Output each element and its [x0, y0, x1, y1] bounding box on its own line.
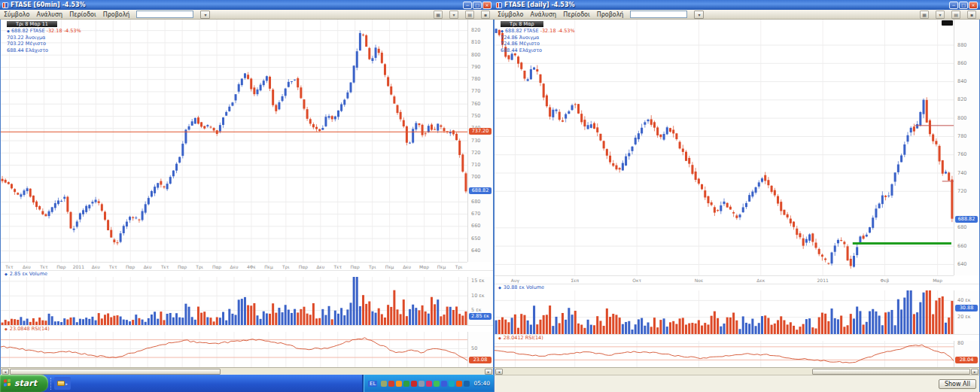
price-pane[interactable]: 8208108007907807707607507407307207107006… — [1, 20, 493, 262]
save-icon[interactable]: ▪ — [481, 11, 490, 19]
tray-icon-12[interactable] — [464, 381, 470, 387]
dropdown-icon[interactable]: ▾ — [449, 11, 458, 19]
tray-icon-6[interactable] — [418, 381, 425, 387]
legend-row-last: ◆ 688.82 FTASE -32.18 -4.53% — [501, 28, 575, 35]
scroll-left-icon[interactable]: ◂ — [495, 369, 503, 375]
legend-row-low: 688.44 Ελάχιστο — [501, 47, 575, 54]
x-tick-label: Παρ — [299, 264, 308, 269]
y-tick-label: 800 — [471, 53, 480, 58]
volume-pane[interactable]: 40 εκ20 εκ30.88 — [495, 290, 979, 334]
symbol-input[interactable] — [630, 11, 687, 18]
symbol-input[interactable] — [136, 11, 193, 18]
chart-scrollbar[interactable]: ◂ ▸ — [0, 367, 494, 375]
symbol-dropdown-icon[interactable]: ▾ — [200, 11, 210, 19]
layout-icon[interactable]: ▦ — [434, 11, 443, 19]
y-tick-label: 740 — [957, 171, 966, 176]
menu-symbol[interactable]: Σύμβολο — [498, 11, 523, 18]
menu-view[interactable]: Προβολή — [597, 11, 624, 18]
y-tick-label: 700 — [471, 175, 480, 180]
rsi-legend: ◆23.0848 RSI(14) — [1, 325, 493, 332]
x-tick-label: Μαρ — [419, 264, 429, 269]
x-tick-label: Τρι — [369, 264, 376, 269]
maximize-icon[interactable]: □ — [473, 2, 482, 9]
tray-icon-8[interactable] — [434, 381, 440, 387]
maximize-icon[interactable]: □ — [959, 2, 968, 9]
menu-view[interactable]: Προβολή — [103, 11, 130, 18]
taskbar: start ▸ EL 05:40 — [0, 375, 494, 392]
y-tick-label: 50 — [471, 346, 477, 351]
x-tick-label: Δευ — [144, 264, 152, 269]
tray-icon-4[interactable] — [403, 381, 409, 387]
tray-icon-11[interactable] — [456, 381, 462, 387]
show-all-button[interactable]: Show All — [939, 379, 976, 389]
scroll-right-icon[interactable]: ▸ — [971, 369, 978, 375]
legend-marker-icon: ◆ — [5, 327, 8, 331]
scroll-right-icon[interactable]: ▸ — [485, 369, 492, 375]
y-tick-label: 660 — [957, 244, 966, 249]
scrollbar-thumb[interactable] — [812, 369, 970, 375]
minimize-icon[interactable]: − — [949, 2, 958, 9]
axis-badge: 2.85 εκ — [469, 313, 492, 320]
tray-icon-1[interactable] — [381, 381, 387, 387]
x-tick-label: Τετ — [161, 264, 169, 269]
desktop: FTASE [60min] -4.53% − □ × Σύμβολο Ανάλυ… — [0, 0, 980, 392]
volume-pane[interactable]: 15 εκ10 εκ5 εκ2.85 εκ — [1, 277, 493, 325]
tray-icon-5[interactable] — [411, 381, 417, 387]
legend-marker-icon: ◆ — [7, 29, 10, 33]
x-tick-label: Τετ — [5, 264, 14, 269]
price-pane[interactable]: 880860840820800780760740720680660640688.… — [495, 20, 979, 275]
list-icon[interactable]: ▤ — [951, 11, 960, 19]
chart-area-60min[interactable]: 8208108007907807707607507407307207107006… — [0, 20, 494, 367]
y-tick-label: 640 — [957, 262, 966, 267]
close-icon[interactable]: × — [969, 2, 978, 9]
title-bar[interactable]: FTASE [60min] -4.53% − □ × — [0, 0, 494, 10]
y-tick-label: 820 — [957, 97, 966, 102]
symbol-dropdown-icon[interactable]: ▾ — [694, 11, 704, 19]
x-tick-label: Πεμ — [264, 264, 273, 269]
scrollbar-thumb[interactable] — [10, 369, 221, 375]
x-tick-label: Δευ — [403, 264, 411, 269]
chart-scrollbar[interactable]: ◂ ▸ — [494, 367, 980, 375]
x-tick-label: Δευ — [230, 264, 239, 269]
tray-icon-9[interactable] — [441, 381, 447, 387]
volume-axis: 15 εκ10 εκ5 εκ2.85 εκ — [467, 277, 493, 325]
layout-icon[interactable]: ▦ — [920, 11, 929, 19]
rsi-pane[interactable]: 5023.08 — [1, 332, 493, 367]
tray-icon-3[interactable] — [396, 381, 402, 387]
status-bar: Show All — [494, 375, 980, 392]
save-icon[interactable]: ▪ — [967, 11, 976, 19]
volume-legend: ◆2.85 εκ Volume — [1, 270, 493, 277]
tray-icon-2[interactable] — [388, 381, 394, 387]
title-bar[interactable]: FTASE [daily] -4.53% − □ × — [494, 0, 980, 10]
menu-symbol[interactable]: Σύμβολο — [4, 11, 29, 18]
language-indicator[interactable]: EL — [368, 381, 377, 387]
x-tick-label: Δευ — [316, 264, 324, 269]
chart-area-daily[interactable]: 880860840820800780760740720680660640688.… — [494, 20, 980, 367]
menu-analysis[interactable]: Ανάλυση — [36, 11, 62, 18]
quick-launch-item[interactable]: ▸ — [54, 377, 71, 390]
y-tick-label: 770 — [471, 89, 480, 94]
menu-periods[interactable]: Περίοδοι — [69, 11, 96, 18]
dropdown-icon[interactable]: ▾ — [936, 11, 945, 19]
x-tick-label: 4Φε — [247, 264, 256, 269]
menu-periods[interactable]: Περίοδοι — [563, 11, 590, 18]
menu-analysis[interactable]: Ανάλυση — [530, 11, 556, 18]
rsi-pane[interactable]: 8028.04 — [495, 341, 979, 367]
close-icon[interactable]: × — [482, 2, 492, 9]
x-tick-label: Τρι — [282, 264, 290, 269]
price-axis: 880860840820800780760740720680660640688.… — [954, 20, 979, 275]
tray-icon-7[interactable] — [426, 381, 432, 387]
minimize-icon[interactable]: − — [463, 2, 472, 9]
start-button[interactable]: start — [0, 375, 48, 392]
scroll-left-icon[interactable]: ◂ — [2, 369, 9, 375]
list-icon[interactable]: ▤ — [465, 11, 474, 19]
y-tick-label: 730 — [471, 138, 480, 144]
tray-icon-10[interactable] — [449, 381, 455, 387]
axis-badge: 688.82 — [469, 187, 492, 194]
x-tick-label: 2011 — [817, 278, 829, 283]
time-axis: ΑυγΣεπΟκτΝοεΔεκ2011ΦεβΜαρ — [495, 275, 954, 284]
y-tick-label: 10 εκ — [471, 293, 485, 299]
window-ftase-60min: FTASE [60min] -4.53% − □ × Σύμβολο Ανάλυ… — [0, 0, 494, 392]
taskbar-clock[interactable]: 05:40 — [473, 380, 490, 387]
legend-change: -32.18 -4.53% — [47, 28, 81, 34]
